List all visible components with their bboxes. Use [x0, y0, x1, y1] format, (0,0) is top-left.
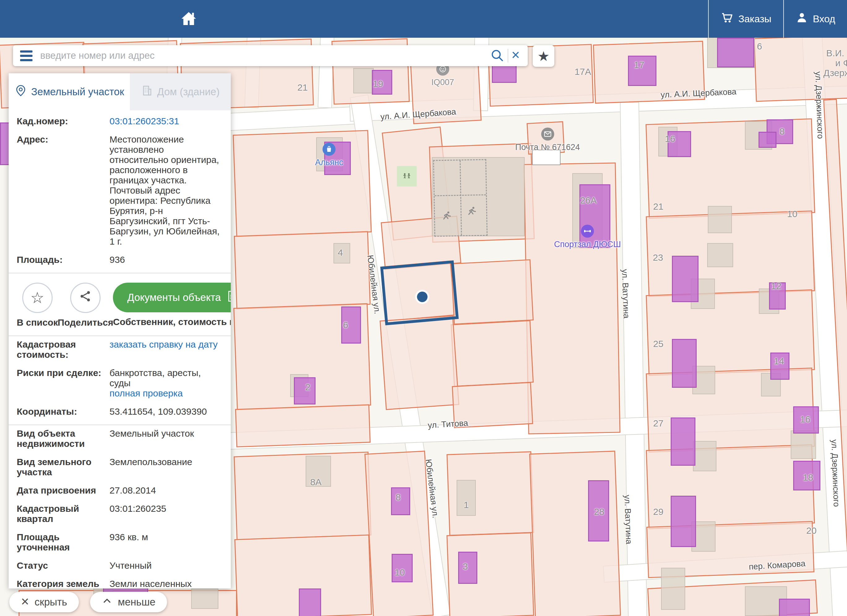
add-to-list-button[interactable]: ☆	[22, 283, 53, 313]
cadastral-cost-label: Кадастровая стоимость:	[17, 339, 109, 360]
kad-number-label: Кад.номер:	[17, 116, 109, 126]
address-value: Местоположение установлено относительно …	[109, 134, 223, 246]
cadastral-cost-value: заказать справку на дату	[109, 339, 223, 360]
parcel-number-label: 28	[594, 507, 604, 517]
parcel-number-label: 8	[779, 126, 785, 137]
status-value: Учтенный	[109, 560, 223, 570]
building	[457, 480, 476, 516]
dumbbell-icon	[581, 225, 594, 238]
post-office-poi[interactable]: Почта № 671624	[515, 128, 580, 152]
parcel-number-label: 10	[787, 209, 797, 219]
building	[707, 243, 733, 267]
alliance-store-poi[interactable]: Альянс	[315, 143, 343, 167]
sports-field-outline	[433, 159, 487, 237]
parcel-number-label: 17А	[574, 66, 591, 77]
panel-body: Кад.номер:03:01:260235:31Адрес:Местополо…	[9, 111, 231, 588]
parcel-number-label: 6	[343, 320, 348, 330]
building	[791, 430, 816, 459]
land-category-label: Категория земель	[17, 579, 109, 588]
address-row: Адрес:Местоположение установлено относит…	[17, 134, 223, 246]
building	[661, 568, 685, 610]
land-category-row: Категория земельЗемли населенных пунктов	[17, 579, 223, 588]
building	[672, 256, 698, 302]
document-icon	[226, 290, 231, 305]
kad-number-link[interactable]: 03:01:260235:31	[109, 116, 179, 126]
cadastral-cost-link[interactable]: заказать справку на дату	[109, 339, 218, 349]
parcel-number-label: 8А	[310, 477, 322, 487]
land-parcel[interactable]	[379, 315, 459, 410]
star-icon: ★	[537, 49, 549, 64]
coordinates-value: 53.411654, 109.039390	[109, 406, 223, 417]
favorites-button[interactable]: ★	[533, 45, 554, 67]
runner-icon	[441, 210, 452, 221]
share-icon	[78, 289, 92, 307]
land-parcel[interactable]	[233, 451, 371, 540]
parcel-number-label: 8	[395, 492, 401, 503]
land-parcel[interactable]	[364, 451, 434, 616]
search-button[interactable]	[487, 48, 508, 64]
deal-risks-label: Риски при сделке:	[17, 368, 109, 398]
runner-icon	[466, 206, 477, 217]
parcel-number-label: 17	[634, 60, 644, 70]
parcel-kind-value: Землепользование	[109, 457, 223, 477]
land-parcel[interactable]	[646, 289, 815, 376]
close-icon: ×	[21, 595, 29, 608]
parcel-number-label: 25	[653, 339, 663, 349]
tab-building[interactable]: Дом (здание)	[130, 73, 231, 111]
home-button[interactable]	[175, 0, 203, 38]
parcel-number-label: 6	[757, 41, 762, 52]
assign-date-row: Дата присвоения27.08.2014	[17, 485, 223, 495]
kad-number-row: Кад.номер:03:01:260235:31	[17, 116, 223, 126]
tab-land-parcel[interactable]: Земельный участок	[9, 73, 130, 111]
star-outline-icon: ☆	[30, 289, 44, 307]
land-parcel[interactable]	[451, 320, 534, 386]
top-bar: Заказы Вход	[0, 0, 847, 38]
address-label: Адрес:	[17, 134, 109, 246]
menu-button[interactable]	[13, 45, 40, 66]
map-pin-icon	[15, 84, 27, 99]
iq007-poi[interactable]: IQ007	[431, 63, 454, 87]
clear-search-button[interactable]: ×	[508, 46, 528, 65]
deal-risks-link[interactable]: полная проверка	[109, 388, 183, 398]
cadastral-block-label: Кадастровый квартал	[17, 503, 109, 524]
panel-tabs: Земельный участок Дом (здание)	[9, 73, 231, 111]
selected-parcel-dot[interactable]	[417, 292, 428, 302]
building-icon	[141, 85, 153, 99]
land-parcel[interactable]	[233, 130, 372, 237]
share-button[interactable]	[70, 283, 100, 313]
land-parcel[interactable]	[235, 404, 370, 447]
refined-area-row: Площадь уточненная936 кв. м	[17, 532, 223, 552]
parcel-number-label: 21	[297, 82, 307, 93]
poi-label: IQ007	[431, 78, 454, 87]
coordinates-row: Координаты:53.411654, 109.039390	[17, 406, 223, 417]
building	[672, 339, 696, 388]
gym-dyussh-poi[interactable]: Спортзал ДЮСШ	[554, 225, 621, 249]
parcel-kind-label: Вид земельного участка	[17, 457, 109, 477]
parcel-kind-row: Вид земельного участкаЗемлепользование	[17, 457, 223, 477]
search-input[interactable]	[40, 50, 487, 62]
poi-label: Альянс	[315, 158, 343, 167]
bag-icon	[323, 143, 336, 156]
login-button[interactable]: Вход	[783, 0, 847, 38]
object-documents-button[interactable]: Документы объекта	[113, 283, 231, 312]
parcel-number-label: 1	[464, 500, 469, 510]
building	[299, 588, 321, 616]
land-parcel[interactable]	[451, 259, 534, 324]
building	[294, 377, 316, 404]
cadastral-block-value: 03:01:260235	[109, 503, 223, 524]
parcel-number-label: 4	[338, 248, 343, 258]
building	[758, 132, 776, 148]
orders-button[interactable]: Заказы	[708, 0, 783, 38]
building	[717, 38, 754, 68]
object-kind-label: Вид объекта недвижимости	[17, 428, 109, 449]
road	[210, 106, 370, 132]
map-edge-label: В.И. Л	[826, 48, 847, 59]
parcel-number-label: 21	[653, 201, 663, 212]
assign-date-label: Дата присвоения	[17, 485, 109, 495]
object-kind-value: Земельный участок	[109, 428, 223, 449]
parcel-number-label: 2	[305, 382, 311, 392]
hide-panel-button[interactable]: × скрыть	[9, 592, 79, 612]
cart-icon	[720, 11, 733, 27]
close-icon: ×	[511, 46, 520, 63]
collapse-panel-button[interactable]: меньше	[90, 592, 167, 612]
